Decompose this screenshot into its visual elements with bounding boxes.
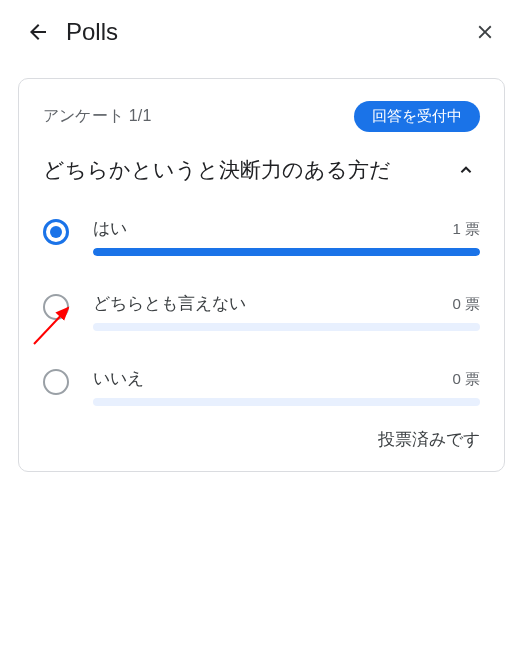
result-bar	[93, 323, 480, 331]
poll-option: いいえ 0 票	[43, 367, 480, 406]
poll-option: どちらとも言えない 0 票	[43, 292, 480, 331]
radio-selected[interactable]	[43, 219, 69, 245]
status-badge: 回答を受付中	[354, 101, 480, 132]
header: Polls	[0, 0, 523, 58]
poll-counter: アンケート 1/1	[43, 106, 152, 127]
result-bar-fill	[93, 248, 480, 256]
poll-option: はい 1 票	[43, 217, 480, 256]
poll-card: アンケート 1/1 回答を受付中 どちらかというと決断力のある方だ はい 1 票	[18, 78, 505, 472]
back-arrow-icon[interactable]	[24, 18, 52, 46]
poll-question: どちらかというと決断力のある方だ	[43, 154, 452, 187]
question-toggle[interactable]: どちらかというと決断力のある方だ	[43, 154, 480, 187]
radio-unselected[interactable]	[43, 294, 69, 320]
vote-status: 投票済みです	[43, 428, 480, 451]
option-label: はい	[93, 217, 127, 240]
option-label: いいえ	[93, 367, 144, 390]
option-votes: 0 票	[452, 370, 480, 389]
close-icon[interactable]	[471, 18, 499, 46]
result-bar	[93, 248, 480, 256]
chevron-up-icon	[452, 156, 480, 184]
option-votes: 0 票	[452, 295, 480, 314]
result-bar	[93, 398, 480, 406]
options-list: はい 1 票 どちらとも言えない 0 票	[43, 217, 480, 406]
page-title: Polls	[66, 18, 471, 46]
option-label: どちらとも言えない	[93, 292, 246, 315]
option-votes: 1 票	[452, 220, 480, 239]
card-header: アンケート 1/1 回答を受付中	[43, 101, 480, 132]
radio-unselected[interactable]	[43, 369, 69, 395]
